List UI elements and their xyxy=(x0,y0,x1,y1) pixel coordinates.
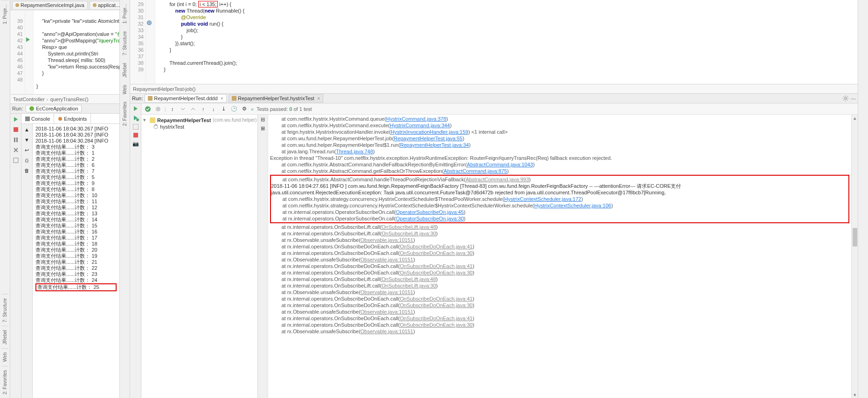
run-label: Run: xyxy=(132,96,143,101)
right-run-body: 📷 | ↕ ↑ ↓ ⤓ 🕑 ⚙ » Tests passed: 0 of 1 t… xyxy=(130,103,858,398)
rerun-failed-button[interactable] xyxy=(132,115,139,121)
left-code-area[interactable]: "kw">private "kw">static AtomicInteger "… xyxy=(34,10,119,94)
svg-rect-4 xyxy=(14,137,15,142)
breadcrumb-method[interactable]: queryTransRec() xyxy=(50,96,89,102)
test-tree-column: ▾RepaymentHelperTest (com.wu.fund.helper… xyxy=(141,115,258,398)
svg-rect-12 xyxy=(232,96,236,101)
wrap-button[interactable]: ↩ xyxy=(23,146,31,154)
svg-rect-18 xyxy=(133,133,138,137)
prev-button[interactable]: ↑ xyxy=(200,105,207,113)
trash-button[interactable]: 🗑 xyxy=(23,167,31,174)
strip-project-tab[interactable]: 1: Proje... xyxy=(1,0,8,28)
sort-button[interactable]: ↕ xyxy=(169,105,176,113)
endpoints-tab[interactable]: Endpoints xyxy=(54,114,91,124)
svg-rect-5 xyxy=(16,137,18,142)
right-tool-strip xyxy=(858,0,868,398)
show-passed-button[interactable] xyxy=(144,105,152,113)
layout-button[interactable] xyxy=(12,157,20,164)
print-button[interactable]: ⎙ xyxy=(23,157,31,164)
show-ignored-button[interactable] xyxy=(154,105,162,113)
mid-jrebel-tab[interactable]: JRebel xyxy=(121,59,128,81)
down-button[interactable]: ▼ xyxy=(23,136,31,144)
console-tab[interactable]: Console xyxy=(21,114,54,124)
expand-button[interactable] xyxy=(179,105,187,113)
strip-jrebel-tab[interactable]: JRebel xyxy=(1,326,8,348)
file-icon xyxy=(93,3,97,7)
tree-test-node[interactable]: hystrixTest xyxy=(143,124,257,130)
spring-boot-icon xyxy=(29,106,35,111)
left-console-wrap: Console Endpoints ▲ ▼ ↩ ⎙ 🗑 2018-11-06 1… xyxy=(21,114,119,398)
left-editor[interactable]: 39404142434445464748 "kw">private "kw">s… xyxy=(10,10,119,94)
run-gutter-icon[interactable] xyxy=(25,36,31,43)
minimize-icon[interactable]: — xyxy=(851,96,856,101)
spinner-icon xyxy=(153,124,158,129)
mid-favorites-tab[interactable]: 2: Favorites xyxy=(121,98,128,130)
collapse-frames-button[interactable]: ⊟ xyxy=(261,117,265,123)
scrollbar-thumb[interactable] xyxy=(853,228,857,247)
settings-button[interactable]: ⚙ xyxy=(241,105,248,113)
right-run-toolbar: 📷 xyxy=(130,103,141,398)
toggle-auto-button[interactable] xyxy=(133,124,139,130)
mid-project-tab[interactable]: 1: Proje... xyxy=(121,0,128,27)
left-editor-tabs: RepaymentServiceImpl.java applicat... xyxy=(10,0,119,10)
editor-tab-repayment[interactable]: RepaymentServiceImpl.java xyxy=(12,1,88,9)
left-run-toolbar xyxy=(10,114,21,398)
console-side-toolbar: ▲ ▼ ↩ ⎙ 🗑 xyxy=(21,124,33,398)
right-editor[interactable]: 2930313233343536373839 o for (int i = 0;… xyxy=(130,0,858,84)
override-gutter-icon[interactable]: o xyxy=(146,20,153,26)
expand-frames-button[interactable]: ⊞ xyxy=(261,125,265,131)
up-button[interactable]: ▲ xyxy=(23,126,31,133)
strip-structure-tab[interactable]: 7: Structure xyxy=(1,294,8,326)
exit-button[interactable] xyxy=(12,146,20,154)
rerun-button[interactable] xyxy=(12,116,20,123)
svg-rect-3 xyxy=(14,127,18,132)
right-run-header: Run: RepaymentHelperTest.dddd× Repayment… xyxy=(130,93,858,103)
gear-icon[interactable] xyxy=(842,95,849,102)
middle-tool-strip: 1: Proje... 7: Structure JRebel Web 2: F… xyxy=(120,0,130,398)
strip-favorites-tab[interactable]: 2: Favorites xyxy=(1,366,8,398)
history-button[interactable]: 🕑 xyxy=(230,105,238,113)
scroll-down-icon[interactable]: ▾ xyxy=(852,391,858,398)
rerun-button[interactable] xyxy=(132,105,139,112)
left-run-body: Console Endpoints ▲ ▼ ↩ ⎙ 🗑 2018-11-06 1… xyxy=(10,114,119,398)
dump-button[interactable]: 📷 xyxy=(132,141,139,147)
collapse-button[interactable] xyxy=(189,105,197,113)
right-code-area[interactable]: for (int i = 0; i < 135; i++) { new Thre… xyxy=(155,0,858,84)
mid-structure-tab[interactable]: 7: Structure xyxy=(121,27,128,59)
run-label: Run: xyxy=(12,106,23,111)
svg-point-16 xyxy=(136,118,139,121)
breadcrumb-class[interactable]: RepaymentHelperTest xyxy=(133,86,184,92)
right-gutter-icons: o xyxy=(146,0,155,84)
scroll-up-icon[interactable]: ▴ xyxy=(852,115,858,121)
export-button[interactable]: ⤓ xyxy=(220,105,228,113)
editor-tab-application[interactable]: applicat... xyxy=(90,1,119,9)
tree-root[interactable]: ▾RepaymentHelperTest (com.wu.fund.helper… xyxy=(143,117,257,124)
strip-web-tab[interactable]: Web xyxy=(1,348,8,365)
mid-web-tab[interactable]: Web xyxy=(121,81,128,98)
right-breadcrumb: RepaymentHelperTest › job() xyxy=(130,84,858,93)
close-icon[interactable]: × xyxy=(317,96,320,101)
test-status: Tests passed: 0 of 1 test xyxy=(257,106,312,112)
run.tab-hystrix[interactable]: RepaymentHelperTest.hystrixTest× xyxy=(229,94,323,103)
left-breadcrumb: TestController › queryTransRec() xyxy=(10,94,119,103)
svg-point-13 xyxy=(845,97,847,99)
test-config-icon xyxy=(148,96,153,101)
stack-trace-output[interactable]: at com.netflix.hystrix.HystrixCommand.qu… xyxy=(268,115,851,398)
breadcrumb-method[interactable]: job() xyxy=(186,86,196,92)
svg-point-1 xyxy=(29,106,34,111)
stop-button[interactable] xyxy=(12,126,20,133)
breadcrumb-class[interactable]: TestController xyxy=(13,96,45,102)
console-icon xyxy=(25,117,30,121)
vertical-scrollbar[interactable]: ▴ ▾ xyxy=(851,115,858,398)
svg-rect-11 xyxy=(148,96,153,101)
test-tree[interactable]: ▾RepaymentHelperTest (com.wu.fund.helper… xyxy=(141,115,258,398)
svg-marker-0 xyxy=(26,37,30,42)
close-icon[interactable]: × xyxy=(221,96,223,101)
stop-button[interactable] xyxy=(133,132,139,138)
run-tab-dddd[interactable]: RepaymentHelperTest.dddd× xyxy=(145,94,227,103)
next-button[interactable]: ↓ xyxy=(210,105,217,113)
run-config-selector[interactable]: EcCoreApplication xyxy=(26,105,82,112)
left-console-output[interactable]: 2018-11-06 18:04:30.267 [INFO2018-11-06 … xyxy=(33,124,119,398)
pause-button[interactable] xyxy=(12,136,20,144)
chevron-right-icon: › xyxy=(47,96,49,102)
